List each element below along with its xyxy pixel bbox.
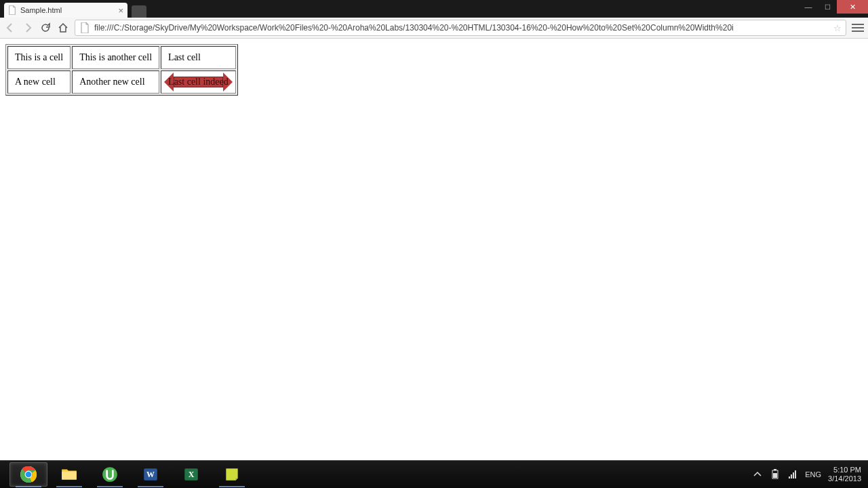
clock-date: 3/14/2013 xyxy=(828,474,861,483)
taskbar-app-utorrent[interactable] xyxy=(91,462,129,487)
desktop: Sample.html × — ☐ ✕ xyxy=(0,0,868,488)
page-viewport[interactable]: This is a cell This is another cell Last… xyxy=(0,39,868,461)
svg-rect-11 xyxy=(773,473,777,478)
bookmark-star-icon[interactable]: ☆ xyxy=(833,23,842,33)
word-icon: W xyxy=(142,466,159,483)
menu-button[interactable] xyxy=(852,22,864,34)
svg-rect-12 xyxy=(789,476,790,479)
address-bar[interactable]: file:///C:/Storage/SkyDrive/My%20Workspa… xyxy=(75,20,846,36)
file-icon xyxy=(8,5,16,15)
utorrent-icon xyxy=(101,466,119,483)
clock-time: 5:10 PM xyxy=(828,466,861,474)
new-tab-button[interactable] xyxy=(132,5,146,18)
chrome-window: Sample.html × — ☐ ✕ xyxy=(0,0,868,461)
browser-toolbar: file:///C:/Storage/SkyDrive/My%20Workspa… xyxy=(0,18,868,39)
taskbar-app-excel[interactable]: X xyxy=(172,462,210,487)
svg-rect-10 xyxy=(774,469,776,470)
arrow-left-icon xyxy=(5,22,16,33)
maximize-button[interactable]: ☐ xyxy=(818,0,837,14)
table-row: A new cell Another new cell Last cell in… xyxy=(7,70,236,94)
table-cell: This is a cell xyxy=(7,46,71,69)
svg-rect-14 xyxy=(793,472,794,479)
sample-table: This is a cell This is another cell Last… xyxy=(5,44,238,96)
taskbar: W X ENG 5:10 PM 3/14/2013 xyxy=(0,460,868,488)
page-icon xyxy=(79,22,90,33)
table-row: This is a cell This is another cell Last… xyxy=(7,46,236,69)
home-icon xyxy=(58,22,68,33)
forward-button[interactable] xyxy=(22,22,34,34)
table-cell: This is another cell xyxy=(72,46,159,69)
reload-button[interactable] xyxy=(39,22,52,34)
tab-strip: Sample.html × — ☐ ✕ xyxy=(0,0,868,18)
svg-text:X: X xyxy=(189,470,195,479)
back-button[interactable] xyxy=(4,22,16,34)
taskbar-app-chrome[interactable] xyxy=(9,462,47,487)
home-button[interactable] xyxy=(57,22,69,34)
table-cell: A new cell xyxy=(7,70,71,94)
clock[interactable]: 5:10 PM 3/14/2013 xyxy=(828,466,861,483)
browser-tab[interactable]: Sample.html × xyxy=(4,3,127,18)
svg-rect-15 xyxy=(795,470,796,479)
window-controls: — ☐ ✕ xyxy=(799,0,868,14)
tab-title: Sample.html xyxy=(20,6,62,14)
reload-icon xyxy=(40,22,51,33)
arrow-right-icon xyxy=(22,22,33,33)
minimize-button[interactable]: — xyxy=(799,0,818,14)
table-cell: Last cell xyxy=(161,46,236,69)
svg-text:W: W xyxy=(146,470,155,479)
table-cell: Another new cell xyxy=(72,70,159,94)
taskbar-app-word[interactable]: W xyxy=(132,462,170,487)
tray-chevron-icon[interactable] xyxy=(752,469,763,480)
language-indicator[interactable]: ENG xyxy=(805,470,821,479)
hamburger-icon xyxy=(852,24,864,32)
table-cell-text: Last cell indeed xyxy=(168,77,229,87)
window-close-button[interactable]: ✕ xyxy=(837,0,868,14)
svg-rect-13 xyxy=(791,474,792,479)
battery-icon[interactable] xyxy=(770,469,781,480)
table-cell-with-arrow: Last cell indeed xyxy=(161,70,236,94)
sticky-note-icon xyxy=(223,466,241,483)
tab-close-icon[interactable]: × xyxy=(118,6,123,15)
system-tray: ENG 5:10 PM 3/14/2013 xyxy=(752,466,865,483)
url-text: file:///C:/Storage/SkyDrive/My%20Workspa… xyxy=(94,23,734,33)
chrome-icon xyxy=(20,466,37,483)
network-icon[interactable] xyxy=(787,469,798,480)
folder-icon xyxy=(60,466,78,483)
taskbar-app-notes[interactable] xyxy=(213,462,251,487)
taskbar-app-explorer[interactable] xyxy=(50,462,88,487)
excel-icon: X xyxy=(182,466,200,483)
